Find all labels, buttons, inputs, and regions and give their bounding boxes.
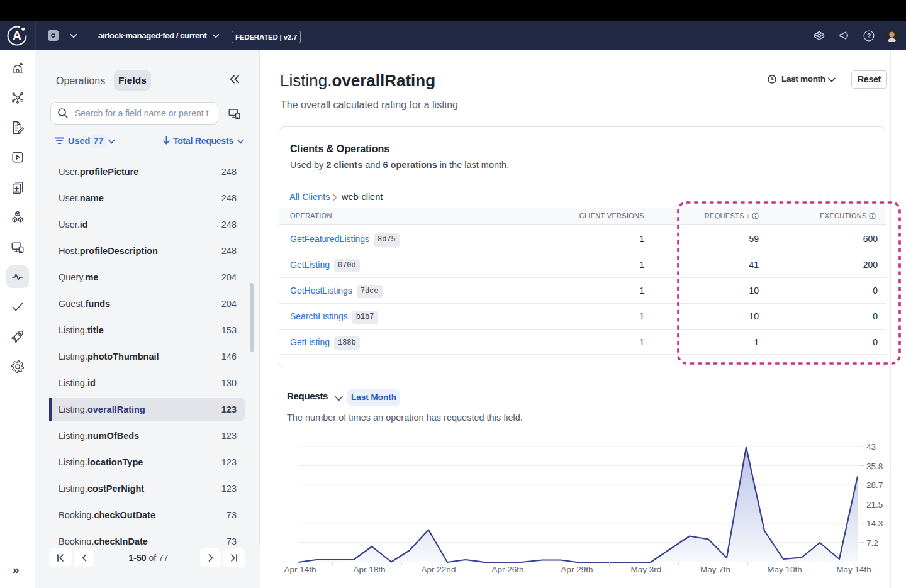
svg-text:14.3: 14.3: [866, 519, 883, 528]
svg-text:Apr 26th: Apr 26th: [491, 565, 523, 574]
svg-text:21.5: 21.5: [866, 500, 883, 509]
svg-text:?: ?: [867, 31, 871, 39]
svg-text:7.2: 7.2: [866, 538, 878, 548]
svg-text:Apr 14th: Apr 14th: [284, 565, 316, 574]
svg-text:A: A: [13, 29, 21, 43]
svg-text:May 10th: May 10th: [767, 565, 802, 574]
svg-text:43: 43: [866, 442, 876, 452]
svg-text:May 14th: May 14th: [836, 565, 871, 574]
svg-text:28.7: 28.7: [866, 480, 883, 490]
svg-text:May 3rd: May 3rd: [631, 565, 662, 574]
svg-text:35.8: 35.8: [866, 462, 883, 471]
svg-text:Apr 29th: Apr 29th: [561, 565, 593, 574]
svg-text:May 7th: May 7th: [700, 565, 730, 574]
svg-text:Apr 18th: Apr 18th: [353, 565, 385, 574]
svg-text:Apr 22nd: Apr 22nd: [422, 565, 456, 574]
